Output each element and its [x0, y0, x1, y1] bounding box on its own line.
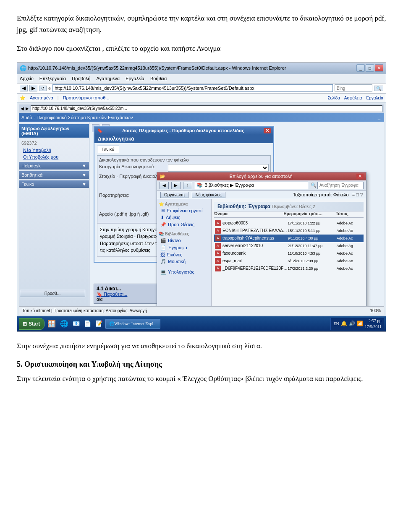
organize-btn[interactable]: Οργάνωση — [160, 192, 188, 198]
sidebar-section-general-label: Γενικά — [21, 182, 34, 187]
doc-dialog-controls: ✕ — [264, 128, 271, 133]
file-sidebar-favorites-section: ⭐ Αγαπημένα 🖥 Επιφάνεια εργασί ⬇ Λήψεις — [159, 202, 209, 228]
ie-tools-btn[interactable]: Εργαλεία — [366, 96, 383, 100]
file-content: ⭐ Αγαπημένα 🖥 Επιφάνεια εργασί ⬇ Λήψεις — [157, 199, 366, 306]
file-name-5: espa_mail — [222, 258, 288, 263]
ie-refresh-btn[interactable]: ↺ — [39, 86, 47, 91]
menu-tools[interactable]: Εργαλεία — [126, 76, 144, 81]
libraries-label: Βιβλιοθήκες — [165, 232, 189, 236]
sidebar-section-general[interactable]: Γενικά ▼ — [19, 180, 89, 188]
taskbar-ie-window-btn[interactable]: 🌐 Windows Internet Expl... — [105, 319, 160, 329]
update-button[interactable]: Προσθ... — [20, 290, 85, 297]
zoom-level: 100% — [370, 308, 381, 313]
favorites-link[interactable]: Αγαπημένα — [30, 95, 53, 100]
taskbar-icon-1[interactable]: 🪟 — [46, 320, 57, 328]
tab-general[interactable]: Γενικά — [97, 146, 119, 153]
menu-favorites[interactable]: Αγαπημένα — [96, 76, 120, 81]
col-date[interactable]: Ημερομηνία τρόπ... — [284, 211, 336, 216]
lib-video-item[interactable]: 🎬 Βίντεο — [159, 237, 209, 244]
file-date-6: 17/2/2011 2:20 μμ — [288, 266, 337, 271]
favorites-label: Αγαπημένα — [165, 202, 188, 206]
fav-recent-item[interactable]: 📌 Προσ.Θέσεις — [159, 221, 209, 228]
taskbar-icon-acrobat[interactable]: 📄 — [83, 320, 92, 327]
ie-page-btn[interactable]: Σελίδα — [328, 96, 340, 100]
ie-search-input[interactable] — [335, 84, 372, 92]
fav-desktop-item[interactable]: 🖥 Επιφάνεια εργασί — [159, 207, 209, 214]
menu-file[interactable]: Αρχείο — [20, 76, 34, 81]
doc-dialog-close-btn[interactable]: ✕ — [264, 128, 271, 133]
menu-view[interactable]: Προβολή — [72, 76, 90, 81]
computer-item[interactable]: 💻 Υπολογιστάς — [159, 269, 209, 276]
file-row-3[interactable]: A server error21122010 21/12/2010 11:47 … — [214, 242, 364, 250]
ie-search-btn[interactable]: 🔍 — [374, 86, 383, 91]
new-folder-btn[interactable]: Νέος φάκελος — [192, 192, 225, 198]
file-date-0: 17/11/2010 1:22 μμ — [288, 221, 337, 225]
fav-downloads-item[interactable]: ⬇ Λήψεις — [159, 214, 209, 221]
file-icon-1: A — [215, 228, 221, 234]
section-41-link[interactable]: 🔖 Παραθεσι... — [97, 292, 160, 297]
file-location-path: 📚 Βιβλιοθήκες ▶ Έγγραφα — [195, 182, 308, 189]
menu-help[interactable]: Βοήθεια — [150, 76, 167, 81]
lib-docs-item[interactable]: 📄 Έγγραφα — [159, 244, 209, 251]
file-row-2[interactable]: A trapopoihshKYAepitr.enstas 9/11/2010 4… — [214, 235, 364, 242]
file-dialog-close-btn[interactable]: ✕ — [356, 174, 364, 179]
section5-text: Στην τελευταία ενότητα ο χρήστης πατώντα… — [17, 373, 386, 384]
ie-address-input[interactable] — [52, 84, 333, 92]
menu-edit[interactable]: Επεξεργασία — [39, 76, 66, 81]
file-row-4[interactable]: A faxeurobank 11/10/2010 4:53 μμ Adobe A… — [214, 250, 364, 257]
ie-security-btn[interactable]: Ασφάλεια — [344, 96, 362, 100]
doc-dialog-subtitle: Δικαιολογητικά — [94, 135, 273, 143]
taskbar-icon-word[interactable]: 📝 — [94, 320, 104, 327]
file-label: Αρχείο (.pdf ή .jpg ή .gif) — [99, 211, 166, 216]
file-back-btn[interactable]: ◀ — [160, 182, 169, 189]
sidebar-my-submissions[interactable]: Οι Υποβολές μου — [19, 154, 89, 160]
file-type-1: Adobe Ac — [337, 229, 363, 233]
ie-maximize-btn[interactable]: □ — [366, 64, 374, 72]
file-search-input[interactable] — [317, 182, 364, 189]
view-icons[interactable]: ≡ □ ? — [352, 192, 363, 197]
category-select[interactable] — [168, 164, 269, 172]
tray-icon-1: 🔔 — [341, 321, 347, 327]
file-sidebar-favorites-header: ⭐ Αγαπημένα — [159, 202, 209, 206]
file-date-4: 11/10/2010 4:53 μμ — [288, 251, 337, 256]
lib-images-item[interactable]: 🖼 Εικόνες — [159, 251, 209, 258]
file-date-5: 6/12/2010 2:09 μμ — [288, 259, 337, 263]
sidebar-section-auxiliary-label: Βοηθητικά — [21, 172, 42, 177]
ie-close-btn[interactable]: ✕ — [375, 64, 383, 72]
sidebar-section-helpdesk[interactable]: Helpdesk ▼ — [19, 162, 89, 170]
file-row-6[interactable]: A _D6F9F4EFE3F1E1F6DFE120F0EBDEF1EFF5...… — [214, 265, 364, 272]
status-text: Τοπικό intranet | Προστατευμένη κατάστασ… — [22, 308, 147, 313]
start-button[interactable]: ⊞ Start — [19, 318, 44, 330]
lang-indicator[interactable]: EN — [333, 321, 339, 326]
music-icon: 🎵 — [160, 259, 166, 264]
computer-label: Υπολογιστάς — [168, 269, 194, 274]
ie-forward-btn[interactable]: ▶ — [29, 85, 37, 91]
col-name[interactable]: Όνομα — [214, 211, 284, 216]
file-icon-5: A — [215, 258, 221, 264]
sidebar-section-auxiliary[interactable]: Βοηθητικά ▼ — [19, 171, 89, 179]
fav-desktop-label: Επιφάνεια εργασί — [167, 208, 202, 213]
system-minimize-icon[interactable]: _ — [378, 115, 380, 120]
file-row-0[interactable]: A φσρωσθ0003 17/11/2010 1:22 μμ Adobe Ac — [214, 219, 364, 227]
col-type[interactable]: Τύπος — [336, 211, 364, 216]
taskbar-icon-os[interactable]: 📧 — [71, 320, 81, 327]
file-row-5[interactable]: A espa_mail 6/12/2010 2:09 μμ Adobe Ac — [214, 257, 364, 265]
ie-back-btn[interactable]: ◀ — [20, 85, 28, 91]
sidebar-new-submission[interactable]: Νέα Υποβολή — [19, 147, 89, 154]
taskbar-icon-ie[interactable]: 🌐 — [59, 320, 70, 328]
inner-address-input[interactable] — [31, 105, 382, 112]
docs-icon: 📄 — [160, 245, 166, 250]
taskbar-time-date: 2:57 μμ 17/5/2011 — [365, 318, 382, 330]
library-subtitle-text: Περιλαμβάνει: Θέσεις 2 — [272, 204, 315, 209]
recommended-link[interactable]: Προτεινόμενοι τοποθ... — [63, 95, 110, 100]
fav-recent-label: Προσ.Θέσεις — [168, 222, 194, 227]
ie-addressbar: ◀ ▶ ↺ e 🔍 — [17, 83, 386, 94]
sidebar-bottom-btn[interactable]: Προσθ... — [17, 287, 88, 300]
tab-bar: Γενικά — [97, 146, 271, 153]
file-row-1[interactable]: A ΕΘΝΙΚΗ ΤΡΑΠΕΖΑ ΤΗΣ ΕΛΛΑΔΟΣ_ΑΠΙ35... 15… — [214, 227, 364, 235]
file-up-btn[interactable]: ↑ — [183, 182, 192, 189]
ie-minimize-btn[interactable]: _ — [356, 64, 365, 72]
file-forward-btn[interactable]: ▶ — [171, 182, 181, 189]
tray-icon-3: 📶 — [357, 321, 363, 327]
lib-music-item[interactable]: 🎵 Μουσική — [159, 258, 209, 265]
